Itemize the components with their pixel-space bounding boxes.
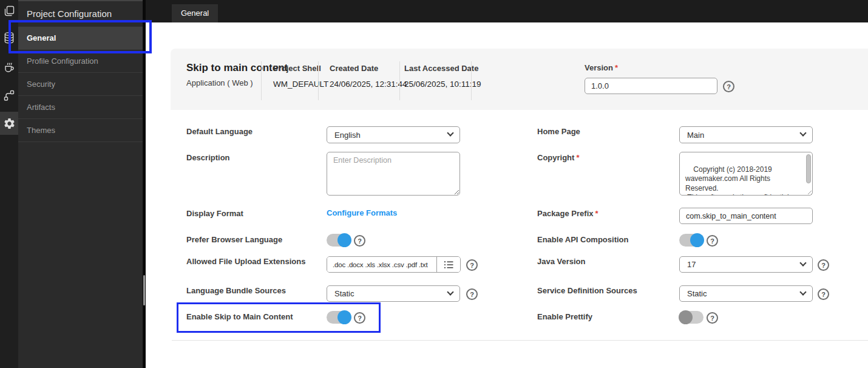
- home-page-label: Home Page: [537, 127, 580, 136]
- tab-general[interactable]: General: [172, 4, 218, 22]
- enable-prettify-label: Enable Prettify: [537, 312, 592, 321]
- prefer-browser-language-help-icon[interactable]: [354, 235, 365, 247]
- header-divider: [261, 61, 262, 100]
- home-page-select[interactable]: Main: [679, 126, 813, 143]
- description-label: Description: [186, 153, 230, 162]
- java-version-help-icon[interactable]: [818, 259, 829, 271]
- java-coffee-icon[interactable]: [0, 58, 18, 75]
- tab-bar: [146, 0, 868, 22]
- description-textarea[interactable]: [327, 152, 460, 196]
- default-language-label: Default Language: [186, 127, 253, 136]
- project-configuration-page: Project Configuration General Profile Co…: [0, 0, 868, 368]
- project-subtitle: Application ( Web ): [186, 78, 253, 87]
- pages-icon[interactable]: [0, 2, 18, 19]
- required-asterisk: *: [576, 153, 579, 162]
- service-definition-sources-help-icon[interactable]: [818, 288, 829, 300]
- enable-prettify-toggle[interactable]: [679, 311, 704, 324]
- language-bundle-sources-select[interactable]: Static: [327, 285, 460, 302]
- resize-handle-icon[interactable]: [806, 189, 812, 194]
- version-label: Version*: [585, 63, 618, 72]
- copyright-label: Copyright*: [537, 153, 579, 162]
- bottom-divider: [172, 340, 868, 341]
- required-asterisk: *: [595, 209, 598, 218]
- toggle-knob: [337, 310, 351, 324]
- meta-label-project-shell: Project Shell: [273, 64, 321, 73]
- chevron-down-icon: [447, 129, 453, 136]
- java-version-select[interactable]: 17: [679, 256, 813, 273]
- enable-skip-to-main-content-help-icon[interactable]: [354, 312, 365, 324]
- allowed-extensions-input-group: [327, 256, 461, 273]
- chevron-down-icon: [799, 129, 806, 136]
- header-divider: [318, 61, 319, 100]
- settings-gear-icon[interactable]: [0, 112, 18, 135]
- panel-edge-strip: [143, 0, 146, 368]
- java-version-label: Java Version: [537, 257, 586, 266]
- chevron-down-icon: [447, 288, 453, 295]
- prefer-browser-language-toggle[interactable]: [327, 234, 351, 247]
- toggle-knob: [337, 233, 351, 247]
- default-language-select[interactable]: English: [327, 126, 460, 143]
- allowed-extensions-help-icon[interactable]: [466, 259, 478, 271]
- enable-skip-to-main-content-toggle[interactable]: [327, 311, 351, 324]
- sidebar-item-general[interactable]: General: [18, 27, 143, 50]
- chevron-down-icon: [799, 259, 806, 266]
- required-asterisk: *: [615, 63, 618, 72]
- enable-api-composition-label: Enable API Composition: [537, 235, 628, 244]
- version-input[interactable]: [585, 78, 717, 94]
- enable-api-composition-toggle[interactable]: [679, 234, 704, 247]
- panel-top-line: [18, 0, 143, 1]
- display-format-label: Display Format: [186, 209, 243, 218]
- list-icon: [444, 261, 454, 269]
- package-prefix-label: Package Prefix*: [537, 209, 598, 218]
- header-divider: [399, 61, 400, 100]
- meta-value-created-date: 24/06/2025, 12:31:44: [330, 80, 407, 89]
- enable-skip-to-main-content-label: Enable Skip to Main Content: [186, 312, 293, 321]
- package-prefix-input[interactable]: [679, 208, 813, 224]
- copyright-textarea[interactable]: Copyright (c) 2018-2019 wavemaker.com Al…: [679, 152, 813, 196]
- enable-prettify-help-icon[interactable]: [707, 312, 718, 324]
- sidebar-title: Project Configuration: [27, 9, 112, 19]
- toggle-knob: [690, 233, 704, 247]
- sidebar-item-security[interactable]: Security: [18, 73, 143, 96]
- textarea-scrollbar-thumb[interactable]: [806, 154, 811, 183]
- sidebar-scrollbar-thumb[interactable]: [143, 275, 145, 305]
- sidebar-item-profile-configuration[interactable]: Profile Configuration: [18, 50, 143, 73]
- allowed-extensions-label: Allowed File Upload Extensions: [186, 257, 305, 266]
- workflow-icon[interactable]: [0, 87, 18, 104]
- meta-label-last-accessed: Last Accessed Date: [404, 64, 478, 73]
- sidebar-item-artifacts[interactable]: Artifacts: [18, 96, 143, 119]
- database-icon[interactable]: [0, 29, 18, 46]
- header-divider: [471, 61, 472, 100]
- language-bundle-sources-help-icon[interactable]: [466, 288, 478, 300]
- version-help-icon[interactable]: [723, 81, 734, 92]
- toggle-knob: [679, 310, 693, 324]
- prefer-browser-language-label: Prefer Browser Language: [186, 235, 282, 244]
- extensions-list-button[interactable]: [436, 257, 460, 272]
- chevron-down-icon: [799, 288, 806, 295]
- service-definition-sources-select[interactable]: Static: [679, 285, 813, 302]
- sidebar-item-themes[interactable]: Themes: [18, 119, 143, 142]
- meta-value-project-shell: WM_DEFAULT: [273, 80, 328, 89]
- service-definition-sources-label: Service Definition Sources: [537, 286, 637, 295]
- language-bundle-sources-label: Language Bundle Sources: [186, 286, 286, 295]
- meta-value-last-accessed: 25/06/2025, 10:11:19: [404, 80, 481, 89]
- allowed-extensions-input[interactable]: [327, 257, 436, 272]
- meta-label-created-date: Created Date: [330, 64, 378, 73]
- icon-rail: [0, 0, 18, 368]
- configure-formats-link[interactable]: Configure Formats: [327, 208, 397, 217]
- enable-api-composition-help-icon[interactable]: [707, 235, 718, 247]
